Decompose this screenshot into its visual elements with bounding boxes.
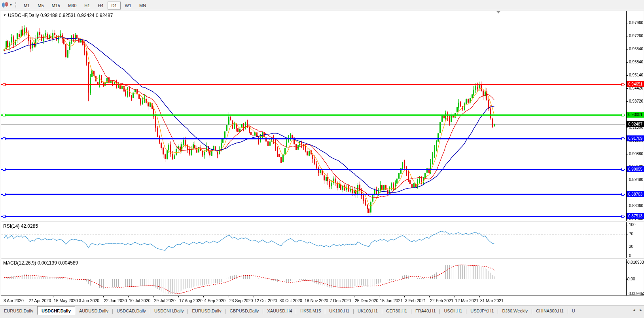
rsi-axis[interactable] [627,222,644,258]
mt4-terminal-window: ▼ M1M5M15M30H1H4D1W1MN ▼USDCHF,Daily 0.9… [0,0,644,318]
price-chart-canvas[interactable] [0,0,644,318]
price-axis[interactable] [627,11,644,221]
chart-shift-marker[interactable] [496,11,500,13]
macd-axis[interactable] [627,259,644,295]
